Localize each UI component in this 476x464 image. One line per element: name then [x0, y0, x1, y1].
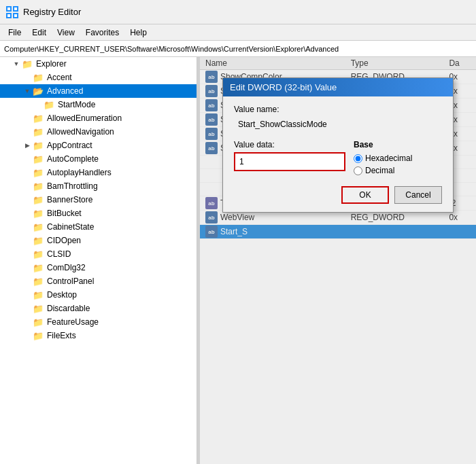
- tree-item-autoplayhandlers[interactable]: 📁 AutoplayHandlers: [0, 166, 197, 179]
- tree-label-featureusage: FeatureUsage: [47, 317, 99, 327]
- folder-icon-clsid: 📁: [33, 249, 45, 260]
- app-title: Registry Editor: [23, 7, 81, 17]
- tree-item-startmode[interactable]: 📁 StartMode: [0, 98, 197, 111]
- tree-item-allowedenumeration[interactable]: 📁 AllowedEnumeration: [0, 111, 197, 125]
- tree-label-autocomplete: AutoComplete: [47, 154, 99, 164]
- tree-label-bitbucket: BitBucket: [47, 209, 82, 218]
- value-data-section: Value data:: [234, 140, 345, 178]
- tree-label-bannerstore: BannerStore: [47, 195, 92, 204]
- svg-rect-5: [14, 7, 17, 10]
- hexadecimal-label: Hexadecimal: [365, 154, 412, 163]
- svg-rect-4: [7, 7, 10, 10]
- folder-icon-allowedenumeration: 📁: [33, 113, 45, 124]
- tree-item-controlpanel[interactable]: 📁 ControlPanel: [0, 274, 197, 288]
- tree-item-appcontract[interactable]: ▶ 📁 AppContract: [0, 139, 197, 152]
- tree-label-clsid: CLSID: [47, 249, 71, 259]
- dialog-body: Value name: Start_ShowClassicMode Value …: [223, 96, 453, 212]
- title-bar: Registry Editor: [0, 0, 476, 24]
- folder-icon-bannerstore: 📁: [33, 195, 45, 205]
- base-label: Base: [354, 140, 442, 149]
- folder-icon-controlpanel: 📁: [33, 276, 45, 287]
- tree-label-allowednavigation: AllowedNavigation: [47, 127, 114, 137]
- cancel-button[interactable]: Cancel: [394, 186, 442, 204]
- dialog-inputs-row: Value data: Base Hexadecimal Decim: [234, 140, 442, 178]
- values-panel: Name Type Da ab ShowCompColor REG_DWORD …: [200, 57, 476, 464]
- tree-label-autoplayhandlers: AutoplayHandlers: [47, 168, 112, 177]
- tree-item-bitbucket[interactable]: 📁 BitBucket: [0, 207, 197, 220]
- menu-help[interactable]: Help: [124, 26, 152, 39]
- tree-label-bamthrottling: BamThrottling: [47, 181, 98, 191]
- folder-icon-cidopen: 📁: [33, 236, 45, 246]
- folder-icon-autoplayhandlers: 📁: [33, 168, 45, 178]
- tree-label-controlpanel: ControlPanel: [47, 276, 94, 286]
- tree-item-advanced[interactable]: ▼ 📂 Advanced: [0, 84, 197, 98]
- tree-label-desktop: Desktop: [47, 290, 77, 300]
- tree-item-cidopen[interactable]: 📁 CIDOpen: [0, 234, 197, 247]
- folder-icon-cabinetstate: 📁: [33, 222, 45, 232]
- main-content: ▼ 📁 Explorer 📁 Accent ▼ 📂 Advanced 📁 Sta…: [0, 57, 476, 464]
- tree-item-featureusage[interactable]: 📁 FeatureUsage: [0, 315, 197, 329]
- tree-item-explorer[interactable]: ▼ 📁 Explorer: [0, 57, 197, 71]
- decimal-label: Decimal: [365, 166, 394, 175]
- expand-icon-appcontract: ▶: [22, 142, 33, 149]
- edit-dword-dialog: Edit DWORD (32-bit) Value Value name: St…: [222, 77, 454, 213]
- folder-icon-featureusage: 📁: [33, 317, 45, 327]
- folder-icon-startmode: 📁: [44, 100, 56, 110]
- value-name-label: Value name:: [234, 105, 442, 114]
- tree-label-explorer: Explorer: [36, 59, 67, 69]
- menu-file[interactable]: File: [3, 26, 27, 39]
- tree-label-accent: Accent: [47, 73, 72, 82]
- address-bar: Computer\HKEY_CURRENT_USER\Software\Micr…: [0, 41, 476, 57]
- folder-icon-explorer: 📁: [22, 59, 34, 69]
- address-path: Computer\HKEY_CURRENT_USER\Software\Micr…: [4, 45, 339, 53]
- tree-label-appcontract: AppContract: [47, 141, 92, 150]
- tree-item-allowednavigation[interactable]: 📁 AllowedNavigation: [0, 125, 197, 139]
- menu-favorites[interactable]: Favorites: [80, 26, 124, 39]
- decimal-option[interactable]: Decimal: [354, 166, 442, 175]
- dialog-title: Edit DWORD (32-bit) Value: [230, 82, 337, 92]
- tree-label-cidopen: CIDOpen: [47, 236, 81, 245]
- tree-item-clsid[interactable]: 📁 CLSID: [0, 247, 197, 261]
- tree-item-autocomplete[interactable]: 📁 AutoComplete: [0, 152, 197, 166]
- folder-icon-advanced: 📂: [33, 86, 45, 96]
- tree-label-comdlg32: ComDlg32: [47, 263, 86, 272]
- dialog-overlay: Edit DWORD (32-bit) Value Value name: St…: [200, 57, 476, 464]
- tree-item-cabinetstate[interactable]: 📁 CabinetState: [0, 220, 197, 234]
- value-data-input[interactable]: [234, 152, 345, 171]
- tree-label-advanced: Advanced: [47, 86, 83, 96]
- tree-label-allowedenumeration: AllowedEnumeration: [47, 113, 122, 123]
- expand-icon-explorer: ▼: [11, 60, 22, 67]
- expand-icon-advanced: ▼: [22, 88, 33, 94]
- folder-icon-discardable: 📁: [33, 304, 45, 314]
- value-data-label: Value data:: [234, 140, 345, 149]
- folder-icon-accent: 📁: [33, 73, 45, 83]
- value-name-display: Start_ShowClassicMode: [234, 117, 442, 132]
- tree-label-discardable: Discardable: [47, 304, 90, 313]
- menu-bar: File Edit View Favorites Help: [0, 24, 476, 41]
- tree-item-accent[interactable]: 📁 Accent: [0, 71, 197, 84]
- base-section: Base Hexadecimal Decimal: [354, 140, 442, 178]
- tree-label-cabinetstate: CabinetState: [47, 222, 94, 232]
- tree-item-comdlg32[interactable]: 📁 ComDlg32: [0, 261, 197, 274]
- tree-item-discardable[interactable]: 📁 Discardable: [0, 302, 197, 315]
- menu-edit[interactable]: Edit: [27, 26, 52, 39]
- hexadecimal-radio[interactable]: [354, 154, 362, 163]
- folder-icon-desktop: 📁: [33, 290, 45, 300]
- tree-label-startmode: StartMode: [58, 100, 95, 109]
- tree-item-bannerstore[interactable]: 📁 BannerStore: [0, 193, 197, 207]
- tree-item-fileexts[interactable]: 📁 FileExts: [0, 329, 197, 342]
- tree-item-bamthrottling[interactable]: 📁 BamThrottling: [0, 179, 197, 193]
- ok-button[interactable]: OK: [341, 186, 389, 204]
- folder-icon-fileexts: 📁: [33, 331, 45, 341]
- svg-rect-6: [7, 14, 10, 17]
- folder-icon-autocomplete: 📁: [33, 154, 45, 164]
- dialog-buttons: OK Cancel: [234, 186, 442, 204]
- svg-rect-7: [14, 14, 17, 17]
- tree-item-desktop[interactable]: 📁 Desktop: [0, 288, 197, 302]
- folder-icon-comdlg32: 📁: [33, 263, 45, 273]
- decimal-radio[interactable]: [354, 166, 362, 175]
- menu-view[interactable]: View: [52, 26, 80, 39]
- tree-panel: ▼ 📁 Explorer 📁 Accent ▼ 📂 Advanced 📁 Sta…: [0, 57, 197, 464]
- hexadecimal-option[interactable]: Hexadecimal: [354, 154, 442, 163]
- tree-label-fileexts: FileExts: [47, 331, 76, 340]
